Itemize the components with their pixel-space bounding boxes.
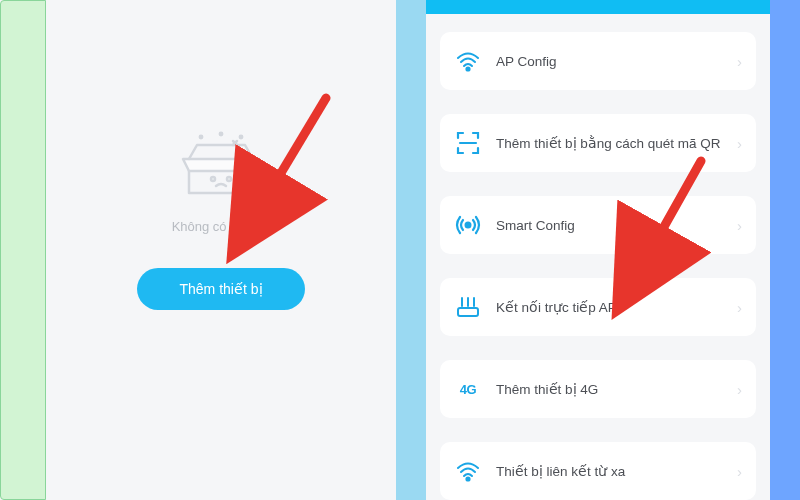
option-ap-config[interactable]: AP Config › [440,32,756,90]
svg-point-0 [200,135,202,137]
chevron-right-icon: › [737,217,742,234]
chevron-right-icon: › [737,463,742,480]
svg-point-2 [240,135,242,137]
chevron-right-icon: › [737,381,742,398]
option-ap-direct[interactable]: Kết nối trực tiếp AP › [440,278,756,336]
fourg-icon: 4G [454,375,482,403]
qr-icon [454,129,482,157]
chevron-right-icon: › [737,135,742,152]
svg-point-7 [466,67,469,70]
svg-point-1 [220,132,222,134]
right-options-panel: AP Config › Thêm thiết bị bằng cách quét… [426,0,770,500]
signal-icon [454,211,482,239]
option-label: Kết nối trực tiếp AP [496,299,737,315]
chevron-right-icon: › [737,299,742,316]
svg-point-6 [227,177,231,181]
option-smart-config[interactable]: Smart Config › [440,196,756,254]
option-label: Thiết bị liên kết từ xa [496,463,737,479]
left-empty-panel: Không có thiết bị Thêm thiết bị [46,0,396,500]
add-device-button[interactable]: Thêm thiết bị [137,268,304,310]
svg-point-9 [466,223,471,228]
options-list: AP Config › Thêm thiết bị bằng cách quét… [426,14,770,500]
svg-point-5 [211,177,215,181]
mid-blue-gap [396,0,426,500]
wifi-icon [454,47,482,75]
option-label: Smart Config [496,218,737,233]
router-icon [454,293,482,321]
right-blue-edge [770,0,800,500]
svg-rect-13 [458,308,478,316]
right-header-bar [426,0,770,14]
empty-state-label: Không có thiết bị [172,219,271,234]
svg-point-14 [466,477,469,480]
remote-icon [454,457,482,485]
option-label: Thêm thiết bị bằng cách quét mã QR [496,135,737,151]
option-label: Thêm thiết bị 4G [496,381,737,397]
left-green-edge [0,0,46,500]
chevron-right-icon: › [737,53,742,70]
option-qr-scan[interactable]: Thêm thiết bị bằng cách quét mã QR › [440,114,756,172]
empty-box-illustration: Không có thiết bị [172,131,271,234]
option-label: AP Config [496,54,737,69]
option-remote-link[interactable]: Thiết bị liên kết từ xa › [440,442,756,500]
option-4g[interactable]: 4G Thêm thiết bị 4G › [440,360,756,418]
